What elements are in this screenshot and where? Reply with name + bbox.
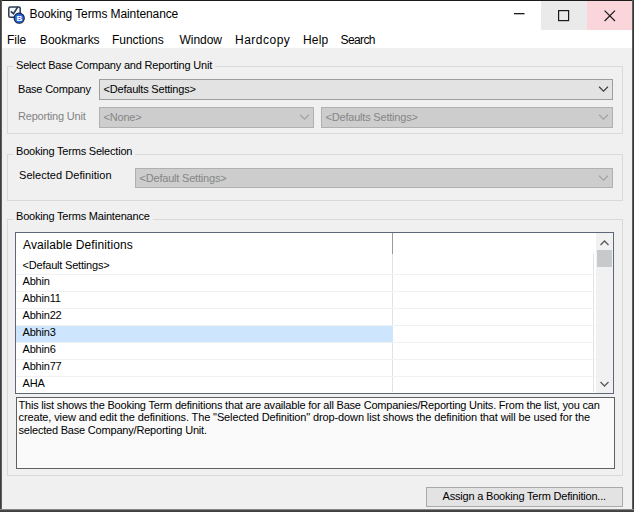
svg-text:B: B — [16, 14, 22, 23]
